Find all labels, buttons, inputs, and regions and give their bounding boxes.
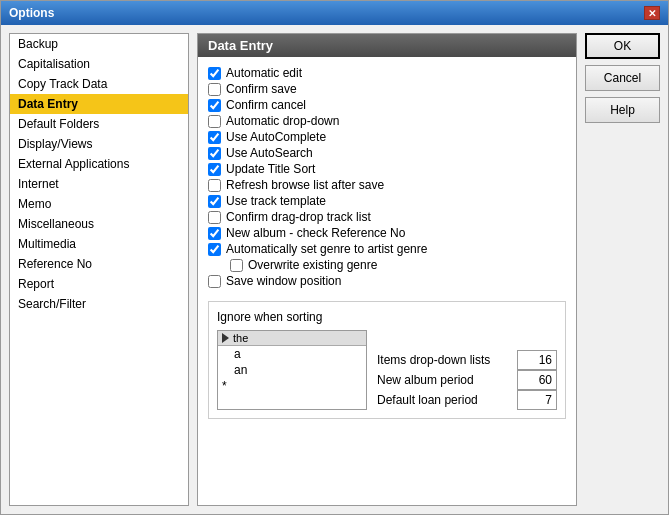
ignore-list-item[interactable]: a	[218, 346, 366, 362]
sidebar-item-miscellaneous[interactable]: Miscellaneous	[10, 214, 188, 234]
checkbox-label: Update Title Sort	[226, 162, 315, 176]
ignore-title: Ignore when sorting	[217, 310, 557, 324]
ignore-items-container: theaan*	[218, 331, 366, 394]
checkbox-label: Confirm save	[226, 82, 297, 96]
ignore-list-item[interactable]: the	[218, 331, 366, 346]
content-panel: Data Entry Automatic editConfirm saveCon…	[197, 33, 577, 506]
checkbox-input[interactable]	[208, 179, 221, 192]
title-bar: Options ✕	[1, 1, 668, 25]
checkbox-input[interactable]	[208, 211, 221, 224]
main-area: Data Entry Automatic editConfirm saveCon…	[197, 33, 577, 506]
field-input[interactable]	[517, 390, 557, 410]
checkbox-label: Automatic edit	[226, 66, 302, 80]
sidebar-item-default-folders[interactable]: Default Folders	[10, 114, 188, 134]
sidebar-item-reference-no[interactable]: Reference No	[10, 254, 188, 274]
field-row: Default loan period	[377, 390, 557, 410]
checkbox-input[interactable]	[208, 275, 221, 288]
checkbox-label: Use track template	[226, 194, 326, 208]
checkbox-input[interactable]	[230, 259, 243, 272]
sidebar-item-data-entry[interactable]: Data Entry	[10, 94, 188, 114]
sidebar-item-multimedia[interactable]: Multimedia	[10, 234, 188, 254]
checkbox-row: Automatic edit	[208, 65, 566, 81]
checkbox-row: Confirm drag-drop track list	[208, 209, 566, 225]
ignore-list-container: theaan*	[217, 330, 367, 410]
checkbox-label: New album - check Reference No	[226, 226, 405, 240]
field-row: New album period	[377, 370, 557, 390]
checkbox-row: New album - check Reference No	[208, 225, 566, 241]
checkbox-label: Confirm cancel	[226, 98, 306, 112]
ok-button[interactable]: OK	[585, 33, 660, 59]
checkbox-row: Automatically set genre to artist genre	[208, 241, 566, 257]
checkbox-input[interactable]	[208, 163, 221, 176]
ignore-section: Ignore when sorting theaan* Items drop-d…	[208, 301, 566, 419]
checkbox-label: Automatic drop-down	[226, 114, 339, 128]
checkbox-input[interactable]	[208, 227, 221, 240]
checkbox-label: Automatically set genre to artist genre	[226, 242, 427, 256]
options-window: Options ✕ BackupCapitalisationCopy Track…	[0, 0, 669, 515]
checkbox-input[interactable]	[208, 147, 221, 160]
sidebar-item-memo[interactable]: Memo	[10, 194, 188, 214]
checkboxes-container: Automatic editConfirm saveConfirm cancel…	[208, 65, 566, 289]
checkbox-row: Overwrite existing genre	[230, 257, 566, 273]
checkbox-row: Confirm save	[208, 81, 566, 97]
content-header: Data Entry	[198, 34, 576, 57]
checkbox-row: Refresh browse list after save	[208, 177, 566, 193]
field-label: New album period	[377, 373, 474, 387]
checkbox-input[interactable]	[208, 115, 221, 128]
checkbox-row: Save window position	[208, 273, 566, 289]
buttons-panel: OK Cancel Help	[585, 33, 660, 506]
checkbox-row: Use AutoSearch	[208, 145, 566, 161]
checkbox-label: Use AutoSearch	[226, 146, 313, 160]
sidebar-item-display-views[interactable]: Display/Views	[10, 134, 188, 154]
checkbox-row: Use AutoComplete	[208, 129, 566, 145]
checkbox-row: Update Title Sort	[208, 161, 566, 177]
field-row: Items drop-down lists	[377, 350, 557, 370]
checkbox-label: Save window position	[226, 274, 341, 288]
fields-container: Items drop-down listsNew album periodDef…	[377, 350, 557, 410]
field-label: Default loan period	[377, 393, 478, 407]
checkbox-row: Use track template	[208, 193, 566, 209]
ignore-list-item[interactable]: an	[218, 362, 366, 378]
arrow-right-icon	[222, 333, 229, 343]
checkbox-label: Refresh browse list after save	[226, 178, 384, 192]
sidebar-item-capitalisation[interactable]: Capitalisation	[10, 54, 188, 74]
sidebar-item-copy-track-data[interactable]: Copy Track Data	[10, 74, 188, 94]
close-button[interactable]: ✕	[644, 6, 660, 20]
checkbox-input[interactable]	[208, 83, 221, 96]
field-label: Items drop-down lists	[377, 353, 490, 367]
field-input[interactable]	[517, 350, 557, 370]
window-body: BackupCapitalisationCopy Track DataData …	[1, 25, 668, 514]
sidebar-item-backup[interactable]: Backup	[10, 34, 188, 54]
checkbox-input[interactable]	[208, 195, 221, 208]
checkbox-input[interactable]	[208, 99, 221, 112]
checkbox-input[interactable]	[208, 131, 221, 144]
sidebar-item-internet[interactable]: Internet	[10, 174, 188, 194]
ignore-list-item[interactable]: *	[218, 378, 366, 394]
ignore-content: theaan* Items drop-down listsNew album p…	[217, 330, 557, 410]
ignore-list: theaan*	[217, 330, 367, 410]
window-title: Options	[9, 6, 54, 20]
sidebar: BackupCapitalisationCopy Track DataData …	[9, 33, 189, 506]
checkbox-row: Automatic drop-down	[208, 113, 566, 129]
checkbox-input[interactable]	[208, 67, 221, 80]
checkbox-label: Confirm drag-drop track list	[226, 210, 371, 224]
checkbox-row: Confirm cancel	[208, 97, 566, 113]
checkbox-label: Overwrite existing genre	[248, 258, 377, 272]
sidebar-item-search-filter[interactable]: Search/Filter	[10, 294, 188, 314]
right-fields: Items drop-down listsNew album periodDef…	[377, 330, 557, 410]
field-input[interactable]	[517, 370, 557, 390]
content-body: Automatic editConfirm saveConfirm cancel…	[198, 57, 576, 505]
checkbox-label: Use AutoComplete	[226, 130, 326, 144]
help-button[interactable]: Help	[585, 97, 660, 123]
sidebar-item-report[interactable]: Report	[10, 274, 188, 294]
cancel-button[interactable]: Cancel	[585, 65, 660, 91]
checkbox-input[interactable]	[208, 243, 221, 256]
sidebar-item-external-applications[interactable]: External Applications	[10, 154, 188, 174]
